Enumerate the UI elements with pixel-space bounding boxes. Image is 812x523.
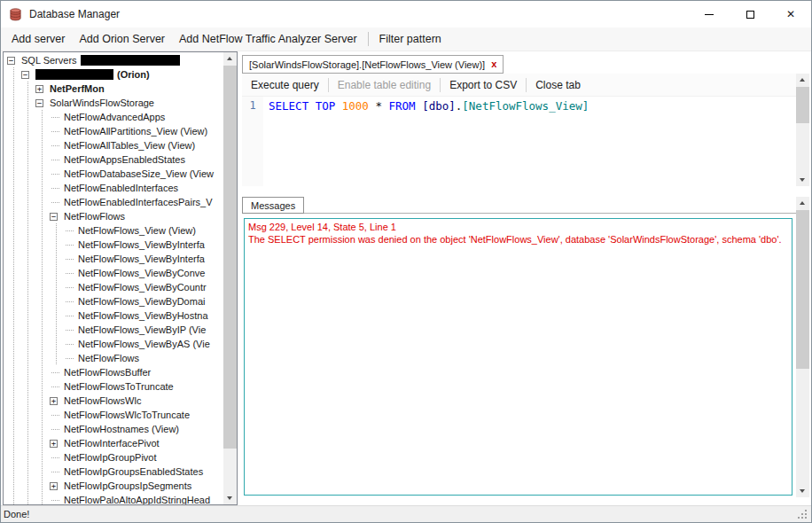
- expander-icon[interactable]: +: [50, 436, 62, 450]
- tree-item-netflowipgroupsipsegments[interactable]: +NetFlowIpGroupsIpSegments: [4, 479, 223, 493]
- tree-item-label: NetFlowFlows: [62, 210, 127, 222]
- message-line: Msg 229, Level 14, State 5, Line 1: [248, 221, 788, 233]
- tree[interactable]: −SQL Servers−(Orion)+NetPerfMon−SolarWin…: [4, 52, 223, 504]
- sql-editor[interactable]: 1 SELECT TOP 1000 * FROM [dbo].[NetFlowF…: [242, 97, 796, 186]
- scroll-down-icon[interactable]: [223, 491, 237, 504]
- messages-scrollbar[interactable]: [796, 197, 809, 497]
- scroll-down-icon[interactable]: [796, 173, 809, 186]
- sql-token: 1000: [342, 99, 376, 113]
- messages-scrollbar-thumb[interactable]: [796, 210, 809, 369]
- messages-scrollbar-track[interactable]: [796, 210, 809, 484]
- tree-item-netflowalltables-view-view[interactable]: NetFlowAllTables_View (View): [4, 138, 223, 152]
- tree-item-orion[interactable]: −(Orion): [4, 67, 223, 82]
- tree-item-netflowallpartitions-view-view[interactable]: NetFlowAllPartitions_View (View): [4, 124, 223, 138]
- tree-stub: [50, 124, 62, 138]
- tree-guide: [35, 181, 50, 195]
- tree-item-netflowflowswlctotruncate[interactable]: NetFlowFlowsWlcToTruncate: [4, 408, 223, 422]
- tree-item-netflowflowstotruncate[interactable]: NetFlowFlowsToTruncate: [4, 379, 223, 394]
- editor-scrollbar-thumb[interactable]: [796, 87, 809, 123]
- tab-close-icon[interactable]: x: [491, 59, 496, 69]
- tree-item-netflowipgrouppivot[interactable]: NetFlowIpGroupPivot: [4, 450, 223, 464]
- tree-item-netflowadvancedapps[interactable]: NetFlowAdvancedApps: [4, 110, 223, 124]
- expander-icon[interactable]: +: [50, 479, 62, 493]
- tree-guide: [7, 209, 21, 223]
- toolbar-item-filter-pattern[interactable]: Filter pattern: [372, 29, 449, 49]
- tree-guide: [35, 479, 50, 493]
- tree-item-netflowdatabasesize-view-view[interactable]: NetFlowDatabaseSize_View (View: [4, 167, 223, 181]
- sql-token: *: [375, 99, 388, 113]
- tree-guide: [35, 266, 50, 280]
- tree-stub: [50, 464, 62, 479]
- tree-item-netflowflows-viewbyconve[interactable]: NetFlowFlows_ViewByConve: [4, 266, 223, 280]
- tree-item-solarwindsflowstorage[interactable]: −SolarWindsFlowStorage: [4, 96, 223, 110]
- sql-code-area[interactable]: SELECT TOP 1000 * FROM [dbo].[NetFlowFlo…: [263, 97, 796, 186]
- tree-item-netflowhostnames-view[interactable]: NetFlowHostnames (View): [4, 422, 223, 436]
- close-button[interactable]: ✕: [770, 1, 811, 27]
- tree-item-netflowipgroupsenabledstates[interactable]: NetFlowIpGroupsEnabledStates: [4, 464, 223, 479]
- tree-scrollbar[interactable]: [223, 52, 237, 504]
- titlebar[interactable]: Database Manager ✕: [1, 1, 811, 27]
- tree-item-netflowpaloaltoappidstringhead[interactable]: NetFlowPaloAltoAppIdStringHead: [4, 493, 223, 504]
- scroll-up-icon[interactable]: [796, 74, 809, 87]
- tree-guide: [50, 323, 64, 337]
- messages-section: Messages Msg 229, Level 14, State 5, Lin…: [242, 197, 809, 497]
- execute-query-button[interactable]: Execute query: [244, 76, 326, 94]
- toolbar-item-add-orion-server[interactable]: Add Orion Server: [72, 29, 172, 49]
- database-manager-window: Database Manager ✕ Add serverAdd Orion S…: [0, 0, 812, 523]
- scroll-down-icon[interactable]: [796, 484, 809, 497]
- maximize-button[interactable]: [730, 1, 770, 27]
- tree-item-netflowinterfacepivot[interactable]: +NetFlowInterfacePivot: [4, 436, 223, 450]
- tree-item-netflowflowswlc[interactable]: +NetFlowFlowsWlc: [4, 394, 223, 408]
- tree-item-netflowflows-viewbycountr[interactable]: NetFlowFlows_ViewByCountr: [4, 280, 223, 294]
- tree-item-netflowflows-view-view[interactable]: NetFlowFlows_View (View): [4, 223, 223, 238]
- tree-item-netflowflows[interactable]: −NetFlowFlows: [4, 209, 223, 223]
- tree-item-netflowflows[interactable]: NetFlowFlows: [4, 351, 223, 365]
- tree-scrollbar-thumb[interactable]: [223, 66, 237, 449]
- tree-stub: [50, 110, 62, 124]
- tree-item-label: NetFlowFlows_ViewByInterfa: [76, 253, 207, 265]
- tree-guide: [21, 209, 35, 223]
- tree-item-netflowenabledinterfaces[interactable]: NetFlowEnabledInterfaces: [4, 181, 223, 195]
- editor-scrollbar[interactable]: [796, 74, 809, 186]
- tree-item-netperfmon[interactable]: +NetPerfMon: [4, 82, 223, 96]
- expander-icon[interactable]: +: [50, 394, 62, 408]
- tree-item-label: NetFlowFlows_ViewByHostna: [76, 309, 210, 322]
- editor-scrollbar-track[interactable]: [796, 87, 809, 173]
- expander-icon[interactable]: −: [21, 67, 34, 82]
- expander-icon[interactable]: −: [50, 209, 62, 223]
- tree-item-netflowflows-viewbyinterfa[interactable]: NetFlowFlows_ViewByInterfa: [4, 252, 223, 266]
- close-tab-button[interactable]: Close tab: [528, 76, 588, 94]
- tree-guide: [7, 436, 21, 450]
- tree-guide: [7, 266, 21, 280]
- tree-item-netflowflows-viewbyas-vie[interactable]: NetFlowFlows_ViewByAS (Vie: [4, 337, 223, 351]
- export-to-csv-button[interactable]: Export to CSV: [442, 76, 524, 94]
- expander-icon[interactable]: +: [35, 82, 48, 96]
- tree-scrollbar-track[interactable]: [223, 66, 237, 491]
- tree-item-netflowflows-viewbyip-vie[interactable]: NetFlowFlows_ViewByIP (Vie: [4, 323, 223, 337]
- tree-guide: [35, 252, 50, 266]
- tree-item-netflowflows-viewbyinterfa[interactable]: NetFlowFlows_ViewByInterfa: [4, 238, 223, 252]
- toolbar-item-add-server[interactable]: Add server: [4, 29, 72, 49]
- resize-grip[interactable]: [796, 508, 808, 520]
- tree-guide: [21, 479, 35, 493]
- tree-guide: [50, 308, 64, 323]
- tree-stub: [50, 195, 62, 209]
- expander-icon[interactable]: −: [7, 53, 20, 67]
- tab-netflowflows-view[interactable]: [SolarWindsFlowStorage].[NetFlowFlows_Vi…: [242, 55, 504, 74]
- tree-item-netflowflows-viewbyhostna[interactable]: NetFlowFlows_ViewByHostna: [4, 308, 223, 323]
- toolbar-item-add-netflow-traffic-analyzer-server[interactable]: Add NetFlow Traffic Analyzer Server: [172, 29, 364, 49]
- tree-stub: [50, 167, 62, 181]
- tree-guide: [35, 365, 50, 379]
- tree-item-sql-servers[interactable]: −SQL Servers: [4, 53, 223, 67]
- tree-item-netflowenabledinterfacespairs-v[interactable]: NetFlowEnabledInterfacesPairs_V: [4, 195, 223, 209]
- tree-item-netflowappsenabledstates[interactable]: NetFlowAppsEnabledStates: [4, 152, 223, 167]
- messages-text: Msg 229, Level 14, State 5, Line 1The SE…: [248, 221, 788, 246]
- tree-item-netflowflowsbuffer[interactable]: NetFlowFlowsBuffer: [4, 365, 223, 379]
- tree-item-netflowflows-viewbydomai[interactable]: NetFlowFlows_ViewByDomai: [4, 294, 223, 308]
- expander-icon[interactable]: −: [35, 96, 48, 110]
- minimize-button[interactable]: [689, 1, 730, 27]
- tab-messages[interactable]: Messages: [242, 197, 304, 214]
- scroll-up-icon[interactable]: [223, 52, 237, 66]
- tree-stub: [64, 238, 76, 252]
- scroll-up-icon[interactable]: [796, 197, 809, 210]
